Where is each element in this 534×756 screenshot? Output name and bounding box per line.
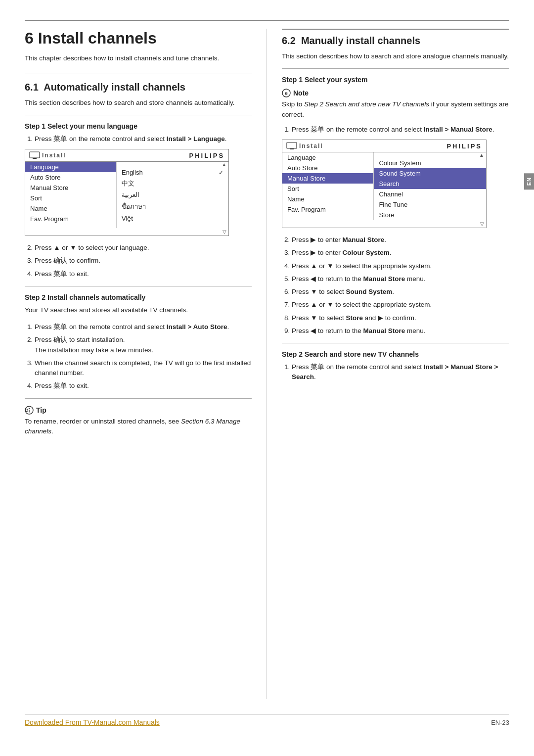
auto-item2: Press 确认 to start installation.The insta… [35, 335, 252, 355]
tip-body: To rename, reorder or uninstall stored c… [25, 418, 179, 425]
auto-chinese4: 菜单 [53, 382, 67, 389]
svg-rect-8 [287, 142, 297, 148]
step9m-bold: Manual Store [363, 327, 405, 334]
auto-pre4: Press [35, 382, 52, 389]
step1r-bold: Install > Manual Store [424, 126, 492, 133]
menu-r-favprogram[interactable]: Fav. Program [282, 204, 373, 215]
tip-icon [25, 406, 34, 415]
step2-left-intro: Your TV searches and stores all availabl… [25, 305, 252, 315]
step5m-pre: Press ◀ to return to the [292, 275, 361, 283]
confirm-pre: Press [35, 257, 52, 264]
step2-right-list: Press 菜单 on the remote control and selec… [282, 362, 509, 382]
menu-r-sort[interactable]: Sort [282, 184, 373, 194]
scroll-up-right: ▲ [374, 152, 486, 158]
footer-page: EN-23 [491, 719, 509, 726]
step1-pre: Press [35, 135, 52, 142]
step1-chinese: 菜单 [53, 135, 67, 142]
menu-left-items: Language Auto Store Manual Store Sort Na… [25, 162, 117, 228]
step8m-mid: and ▶ to confirm. [365, 314, 416, 322]
menu-r-channel[interactable]: Channel [374, 189, 486, 199]
section-divider-1 [25, 74, 252, 74]
note-pre: Skip to [282, 100, 302, 108]
menu-r-store[interactable]: Store [374, 210, 486, 220]
step1r-chinese: 菜单 [311, 126, 324, 133]
tip-label-text: Tip [36, 406, 46, 414]
svg-point-3 [29, 408, 30, 409]
menu-right-right-items: ▲ Colour System Sound System Search Chan… [374, 152, 486, 220]
philips-menu-header-right: Install PHILIPS [282, 140, 486, 152]
step2r-item1: Press 菜单 on the remote control and selec… [292, 362, 509, 382]
svg-rect-9 [290, 148, 294, 149]
scroll-down-left: ▽ [25, 228, 228, 236]
auto-item3: When the channel search is completed, th… [35, 358, 252, 378]
tv-icon-right [286, 142, 297, 150]
step1-item2: Press ▲ or ▼ to select your language. [35, 243, 252, 253]
step1-post: on the remote control and select [69, 135, 165, 142]
svg-rect-1 [33, 158, 37, 159]
confirm-post: to confirm. [69, 257, 100, 264]
left-column: 6 Install channels This chapter describe… [25, 29, 267, 699]
step1-bold: Install > Language [167, 135, 225, 142]
manual-step7: Press ▲ or ▼ to select the appropriate s… [292, 300, 509, 310]
manual-step6: Press ▼ to select Sound System. [292, 287, 509, 297]
manual-step3: Press ▶ to enter Colour System. [292, 248, 509, 258]
menu-item-manualstore[interactable]: Manual Store [25, 183, 116, 193]
tv-icon [29, 151, 40, 159]
menu-item-favprogram[interactable]: Fav. Program [25, 214, 116, 224]
menu-item-autostore[interactable]: Auto Store [25, 172, 116, 183]
menu-item-english[interactable]: English ✓ [117, 167, 228, 178]
step2r-pre: Press [292, 363, 309, 371]
step2m-bold: Manual Store [343, 236, 385, 243]
section-62-heading: 6.2 Manually install channels [282, 35, 509, 47]
menu-r-name[interactable]: Name [282, 194, 373, 204]
step6m-end: . [392, 288, 394, 295]
auto-end1: . [227, 323, 229, 331]
section-61-number: 6.1 [25, 82, 39, 93]
section-62-title: Manually install channels [301, 35, 420, 46]
auto-chinese1: 菜单 [53, 323, 67, 331]
right-column: 6.2 Manually install channels This secti… [267, 29, 509, 699]
footer-link[interactable]: Downloaded From TV-Manual.com Manuals [25, 718, 160, 726]
auto-pre2: Press [35, 336, 52, 343]
step1-right-heading: Step 1 Select your system [282, 76, 509, 84]
section-61-title: Automatically install channels [44, 82, 185, 93]
menu-item-viet[interactable]: Việt [117, 213, 228, 224]
exit-pre: Press [35, 270, 52, 278]
section-divider-3 [25, 286, 252, 286]
manual-step2: Press ▶ to enter Manual Store. [292, 235, 509, 245]
philips-logo-left: PHILIPS [189, 152, 225, 159]
note-box: e Note Skip to Step 2 Search and store n… [282, 89, 509, 120]
menu-item-thai[interactable]: ชื่อภาษา [117, 200, 228, 213]
menu-r-coloursystem[interactable]: Colour System [374, 158, 486, 168]
step1r-pre: Press [292, 126, 309, 133]
svg-text:e: e [285, 91, 288, 96]
menu-item-chinese[interactable]: 中文 [117, 178, 228, 189]
main-columns: 6 Install channels This chapter describe… [25, 29, 509, 699]
tip-label: Tip [25, 406, 252, 415]
auto-pre1: Press [35, 323, 52, 331]
top-divider [25, 20, 509, 21]
step1r-post: on the remote control and select [326, 126, 422, 133]
step5m-post: menu. [407, 275, 426, 283]
menu-item-name[interactable]: Name [25, 203, 116, 214]
menu-item-sort[interactable]: Sort [25, 193, 116, 203]
menu-r-autostore[interactable]: Auto Store [282, 163, 373, 173]
section-62-number: 6.2 [282, 35, 296, 46]
note-label: e Note [282, 89, 509, 97]
auto-install-list: Press 菜单 on the remote control and selec… [25, 322, 252, 391]
step6m-bold: Sound System [346, 288, 392, 295]
menu-r-language[interactable]: Language [282, 152, 373, 163]
menu-r-soundsystem[interactable]: Sound System [374, 168, 486, 179]
page-footer: Downloaded From TV-Manual.com Manuals EN… [25, 714, 509, 726]
right-divider-2 [282, 343, 509, 343]
menu-r-manualstore[interactable]: Manual Store [282, 173, 373, 184]
philips-menu-header-left: Install PHILIPS [25, 149, 228, 162]
menu-item-language[interactable]: Language [25, 162, 116, 172]
menu-r-finetune[interactable]: Fine Tune [374, 199, 486, 210]
menu-r-search[interactable]: Search [374, 179, 486, 189]
step1-item4: Press 菜单 to exit. [35, 269, 252, 279]
auto-chinese2: 确认 [53, 336, 67, 343]
step2r-chinese: 菜单 [311, 363, 324, 371]
menu-item-arabic[interactable]: العربية [117, 189, 228, 200]
exit-post: to exit. [69, 270, 89, 278]
